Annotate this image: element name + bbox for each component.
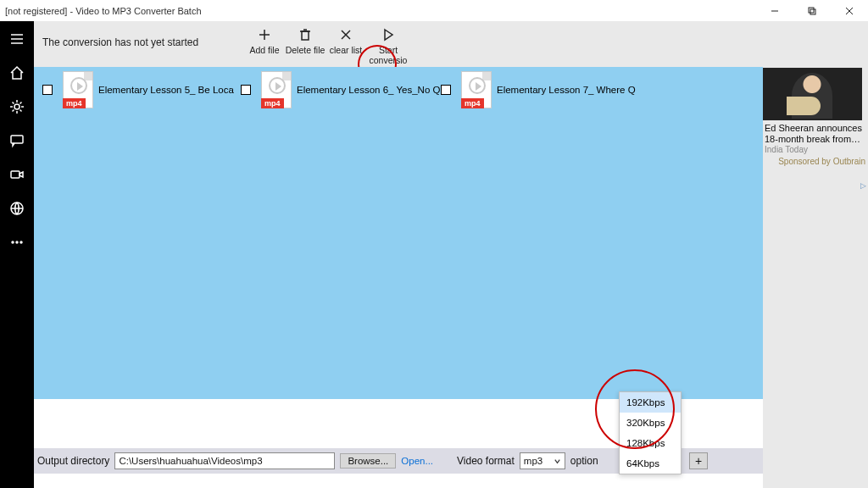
plus-icon <box>258 28 271 42</box>
file-name: Elementary Lesson 6_ Yes_No Q <box>297 85 440 95</box>
video-format-select[interactable]: mp3 <box>520 452 565 469</box>
minimize-button[interactable] <box>756 0 793 21</box>
sidebar <box>0 21 34 488</box>
plus-button[interactable]: + <box>689 452 708 469</box>
output-directory-label: Output directory <box>37 455 109 467</box>
clear-list-button[interactable]: clear list <box>326 25 366 65</box>
ad-source: India Today <box>763 145 868 154</box>
start-conversion-button[interactable]: Start conversio <box>366 25 410 65</box>
file-icon: mp4 <box>261 71 292 108</box>
bitrate-option[interactable]: 128Kbps <box>620 433 681 453</box>
ad-image[interactable] <box>763 68 862 120</box>
bitrate-option[interactable]: 192Kbps <box>620 392 681 413</box>
menu-icon[interactable] <box>8 30 26 48</box>
add-file-button[interactable]: Add file <box>244 25 285 65</box>
clear-list-label: clear list <box>330 45 363 55</box>
start-conversion-label: Start conversio <box>366 45 410 65</box>
gear-icon[interactable] <box>8 97 26 116</box>
video-format-label: Video format <box>457 455 515 467</box>
svg-point-12 <box>12 241 14 243</box>
add-file-label: Add file <box>249 45 279 55</box>
svg-rect-1 <box>809 8 814 13</box>
option-label: option <box>570 455 598 467</box>
video-format-value: mp3 <box>524 456 542 466</box>
ad-sponsor: Sponsored by Outbrain <box>763 154 868 166</box>
svg-point-8 <box>14 104 19 109</box>
svg-rect-17 <box>302 31 309 40</box>
toolbar: The conversion has not yet started Add f… <box>34 21 763 67</box>
ad-headline[interactable]: Ed Sheeran announces 18-month break from… <box>763 120 868 145</box>
file-name: Elementary Lesson 5_ Be Loca <box>98 85 234 95</box>
file-checkbox[interactable] <box>42 85 53 95</box>
svg-rect-2 <box>810 9 815 14</box>
badge: mp4 <box>261 98 284 108</box>
more-icon[interactable] <box>8 233 26 252</box>
delete-file-label: Delete file <box>286 45 326 55</box>
file-icon: mp4 <box>63 71 93 108</box>
browse-button[interactable]: Browse... <box>340 453 396 469</box>
home-icon[interactable] <box>8 64 26 82</box>
window-controls <box>756 0 868 21</box>
adchoices-icon[interactable]: ▷ <box>860 181 866 190</box>
file-item[interactable]: mp4 Elementary Lesson 7_ Where Q <box>441 71 636 108</box>
svg-point-13 <box>16 241 18 243</box>
bitrate-option[interactable]: 64Kbps <box>620 453 681 474</box>
file-name: Elementary Lesson 7_ Where Q <box>497 85 636 95</box>
play-icon <box>381 28 395 42</box>
bitrate-option[interactable]: 320Kbps <box>620 413 681 433</box>
trash-icon <box>298 28 312 42</box>
chevron-down-icon <box>554 458 561 465</box>
ad-panel: Ed Sheeran announces 18-month break from… <box>763 21 868 488</box>
status-text: The conversion has not yet started <box>42 36 198 48</box>
file-item[interactable]: mp4 Elementary Lesson 6_ Yes_No Q <box>241 71 440 108</box>
file-item[interactable]: mp4 Elementary Lesson 5_ Be Loca <box>42 71 234 108</box>
close-button[interactable] <box>831 0 868 21</box>
x-icon <box>339 28 353 42</box>
window-title: [not registered] - Video to MP3 Converte… <box>5 6 202 16</box>
video-icon[interactable] <box>8 165 26 184</box>
svg-rect-9 <box>11 136 23 143</box>
title-bar: [not registered] - Video to MP3 Converte… <box>0 0 868 21</box>
bitrate-dropdown[interactable]: 192Kbps 320Kbps 128Kbps 64Kbps <box>619 391 682 474</box>
badge: mp4 <box>461 98 484 108</box>
svg-rect-10 <box>11 171 19 178</box>
file-list-area: mp4 Elementary Lesson 5_ Be Loca mp4 Ele… <box>34 67 763 399</box>
chat-icon[interactable] <box>8 131 26 150</box>
output-directory-field[interactable]: C:\Users\huahuahua\Videos\mp3 <box>114 452 335 469</box>
file-checkbox[interactable] <box>441 85 451 95</box>
file-checkbox[interactable] <box>241 85 251 95</box>
svg-point-14 <box>20 241 22 243</box>
open-link[interactable]: Open... <box>401 456 433 466</box>
badge: mp4 <box>63 98 86 108</box>
delete-file-button[interactable]: Delete file <box>285 25 326 65</box>
file-icon: mp4 <box>461 71 492 108</box>
maximize-button[interactable] <box>793 0 831 21</box>
globe-icon[interactable] <box>8 199 26 218</box>
